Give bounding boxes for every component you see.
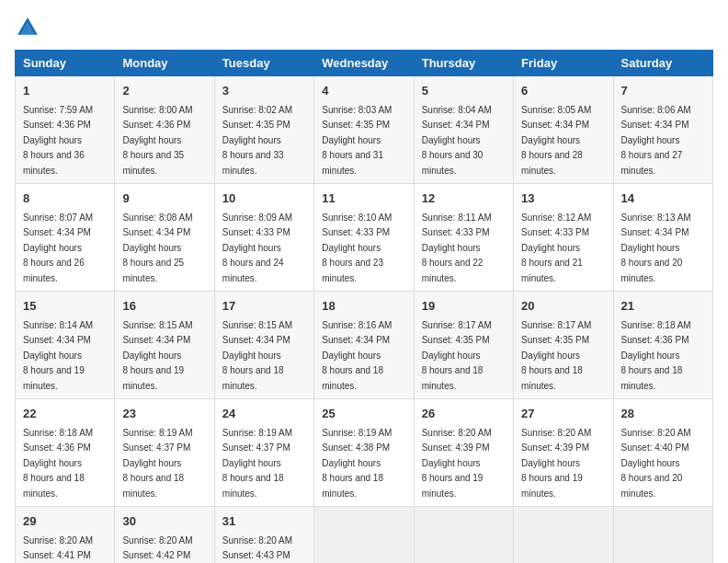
day-number: 28	[621, 405, 705, 423]
day-info: Sunrise: 8:19 AMSunset: 4:37 PMDaylight …	[222, 428, 292, 499]
day-number: 25	[322, 405, 405, 423]
day-number: 2	[122, 82, 206, 100]
day-info: Sunrise: 8:20 AMSunset: 4:40 PMDaylight …	[621, 428, 691, 499]
calendar-day: 28Sunrise: 8:20 AMSunset: 4:40 PMDayligh…	[613, 399, 712, 507]
day-info: Sunrise: 8:07 AMSunset: 4:34 PMDaylight …	[23, 213, 93, 283]
calendar-table: SundayMondayTuesdayWednesdayThursdayFrid…	[15, 50, 713, 563]
calendar-day: 2Sunrise: 8:00 AMSunset: 4:36 PMDaylight…	[115, 76, 214, 184]
calendar-day: 11Sunrise: 8:10 AMSunset: 4:33 PMDayligh…	[314, 184, 414, 292]
logo	[15, 15, 44, 40]
day-info: Sunrise: 8:04 AMSunset: 4:34 PMDaylight …	[422, 105, 492, 176]
day-info: Sunrise: 8:03 AMSunset: 4:35 PMDaylight …	[322, 105, 392, 176]
day-info: Sunrise: 8:20 AMSunset: 4:42 PMDaylight …	[122, 535, 192, 564]
day-info: Sunrise: 8:05 AMSunset: 4:34 PMDaylight …	[521, 105, 591, 176]
day-number: 12	[422, 190, 506, 208]
calendar-day: 6Sunrise: 8:05 AMSunset: 4:34 PMDaylight…	[514, 76, 613, 184]
day-number: 24	[222, 405, 306, 423]
day-number: 16	[122, 297, 206, 316]
day-info: Sunrise: 8:16 AMSunset: 4:34 PMDaylight …	[322, 320, 392, 391]
day-number: 20	[521, 297, 605, 316]
weekday-header-wednesday: Wednesday	[314, 51, 414, 76]
day-number: 18	[322, 297, 405, 316]
calendar-day: 4Sunrise: 8:03 AMSunset: 4:35 PMDaylight…	[314, 76, 414, 184]
calendar-day: 22Sunrise: 8:18 AMSunset: 4:36 PMDayligh…	[16, 399, 115, 507]
day-info: Sunrise: 8:20 AMSunset: 4:43 PMDaylight …	[222, 535, 292, 564]
day-info: Sunrise: 8:06 AMSunset: 4:34 PMDaylight …	[621, 105, 691, 176]
day-info: Sunrise: 8:19 AMSunset: 4:38 PMDaylight …	[322, 428, 392, 499]
day-info: Sunrise: 8:17 AMSunset: 4:35 PMDaylight …	[521, 320, 591, 391]
day-info: Sunrise: 8:09 AMSunset: 4:33 PMDaylight …	[222, 213, 292, 283]
calendar-day	[314, 507, 414, 564]
day-number: 15	[23, 297, 107, 316]
day-number: 22	[23, 405, 107, 423]
day-info: Sunrise: 7:59 AMSunset: 4:36 PMDaylight …	[23, 105, 93, 176]
calendar-day: 9Sunrise: 8:08 AMSunset: 4:34 PMDaylight…	[115, 184, 214, 292]
calendar-day: 23Sunrise: 8:19 AMSunset: 4:37 PMDayligh…	[115, 399, 214, 507]
day-info: Sunrise: 8:13 AMSunset: 4:34 PMDaylight …	[621, 213, 691, 283]
calendar-body: 1Sunrise: 7:59 AMSunset: 4:36 PMDaylight…	[16, 76, 713, 564]
calendar-day: 16Sunrise: 8:15 AMSunset: 4:34 PMDayligh…	[115, 292, 214, 399]
calendar-day: 13Sunrise: 8:12 AMSunset: 4:33 PMDayligh…	[514, 184, 613, 292]
day-number: 10	[222, 190, 306, 208]
calendar-week-2: 8Sunrise: 8:07 AMSunset: 4:34 PMDaylight…	[16, 184, 713, 292]
calendar-day	[414, 507, 513, 564]
calendar-day: 14Sunrise: 8:13 AMSunset: 4:34 PMDayligh…	[613, 184, 712, 292]
calendar-day: 30Sunrise: 8:20 AMSunset: 4:42 PMDayligh…	[115, 507, 214, 564]
calendar-day: 26Sunrise: 8:20 AMSunset: 4:39 PMDayligh…	[414, 399, 513, 507]
calendar-day: 7Sunrise: 8:06 AMSunset: 4:34 PMDaylight…	[613, 76, 712, 184]
day-number: 5	[422, 82, 506, 100]
calendar-day: 29Sunrise: 8:20 AMSunset: 4:41 PMDayligh…	[16, 507, 115, 564]
calendar-week-4: 22Sunrise: 8:18 AMSunset: 4:36 PMDayligh…	[16, 399, 713, 507]
day-number: 7	[621, 82, 705, 100]
day-number: 21	[621, 297, 705, 316]
calendar-day: 17Sunrise: 8:15 AMSunset: 4:34 PMDayligh…	[214, 292, 313, 399]
weekday-header-monday: Monday	[115, 51, 214, 76]
calendar-day: 10Sunrise: 8:09 AMSunset: 4:33 PMDayligh…	[214, 184, 313, 292]
weekday-header-thursday: Thursday	[414, 51, 513, 76]
day-number: 8	[23, 190, 107, 208]
day-info: Sunrise: 8:15 AMSunset: 4:34 PMDaylight …	[122, 320, 192, 391]
weekday-header-saturday: Saturday	[613, 51, 712, 76]
day-info: Sunrise: 8:10 AMSunset: 4:33 PMDaylight …	[322, 213, 392, 283]
day-number: 1	[23, 82, 107, 100]
day-number: 31	[222, 512, 306, 531]
weekday-header-sunday: Sunday	[16, 51, 115, 76]
day-info: Sunrise: 8:18 AMSunset: 4:36 PMDaylight …	[23, 428, 93, 499]
day-info: Sunrise: 8:20 AMSunset: 4:39 PMDaylight …	[521, 428, 591, 499]
day-info: Sunrise: 8:11 AMSunset: 4:33 PMDaylight …	[422, 213, 492, 283]
calendar-week-1: 1Sunrise: 7:59 AMSunset: 4:36 PMDaylight…	[16, 76, 713, 184]
logo-icon	[15, 15, 40, 40]
calendar-day: 3Sunrise: 8:02 AMSunset: 4:35 PMDaylight…	[214, 76, 313, 184]
day-info: Sunrise: 8:12 AMSunset: 4:33 PMDaylight …	[521, 213, 591, 283]
calendar-day	[613, 507, 712, 564]
day-info: Sunrise: 8:02 AMSunset: 4:35 PMDaylight …	[222, 105, 292, 176]
calendar-day: 25Sunrise: 8:19 AMSunset: 4:38 PMDayligh…	[314, 399, 414, 507]
day-number: 17	[222, 297, 306, 316]
day-info: Sunrise: 8:20 AMSunset: 4:39 PMDaylight …	[422, 428, 492, 499]
day-number: 29	[23, 512, 107, 531]
day-info: Sunrise: 8:08 AMSunset: 4:34 PMDaylight …	[122, 213, 192, 283]
day-info: Sunrise: 8:00 AMSunset: 4:36 PMDaylight …	[122, 105, 192, 176]
calendar-day: 5Sunrise: 8:04 AMSunset: 4:34 PMDaylight…	[414, 76, 513, 184]
calendar-day: 21Sunrise: 8:18 AMSunset: 4:36 PMDayligh…	[613, 292, 712, 399]
day-number: 19	[422, 297, 506, 316]
calendar-week-3: 15Sunrise: 8:14 AMSunset: 4:34 PMDayligh…	[16, 292, 713, 399]
day-number: 11	[322, 190, 405, 208]
day-number: 9	[122, 190, 206, 208]
page-header	[15, 15, 713, 40]
day-number: 23	[122, 405, 206, 423]
calendar-week-5: 29Sunrise: 8:20 AMSunset: 4:41 PMDayligh…	[16, 507, 713, 564]
calendar-day: 20Sunrise: 8:17 AMSunset: 4:35 PMDayligh…	[514, 292, 613, 399]
weekday-header-tuesday: Tuesday	[214, 51, 313, 76]
day-info: Sunrise: 8:20 AMSunset: 4:41 PMDaylight …	[23, 535, 93, 564]
day-number: 30	[122, 512, 206, 531]
day-number: 14	[621, 190, 705, 208]
day-number: 3	[222, 82, 306, 100]
calendar-day: 12Sunrise: 8:11 AMSunset: 4:33 PMDayligh…	[414, 184, 513, 292]
weekday-header-friday: Friday	[514, 51, 613, 76]
calendar-day: 31Sunrise: 8:20 AMSunset: 4:43 PMDayligh…	[214, 507, 313, 564]
calendar-day: 27Sunrise: 8:20 AMSunset: 4:39 PMDayligh…	[514, 399, 613, 507]
day-info: Sunrise: 8:18 AMSunset: 4:36 PMDaylight …	[621, 320, 691, 391]
calendar-day: 1Sunrise: 7:59 AMSunset: 4:36 PMDaylight…	[16, 76, 115, 184]
day-info: Sunrise: 8:19 AMSunset: 4:37 PMDaylight …	[122, 428, 192, 499]
